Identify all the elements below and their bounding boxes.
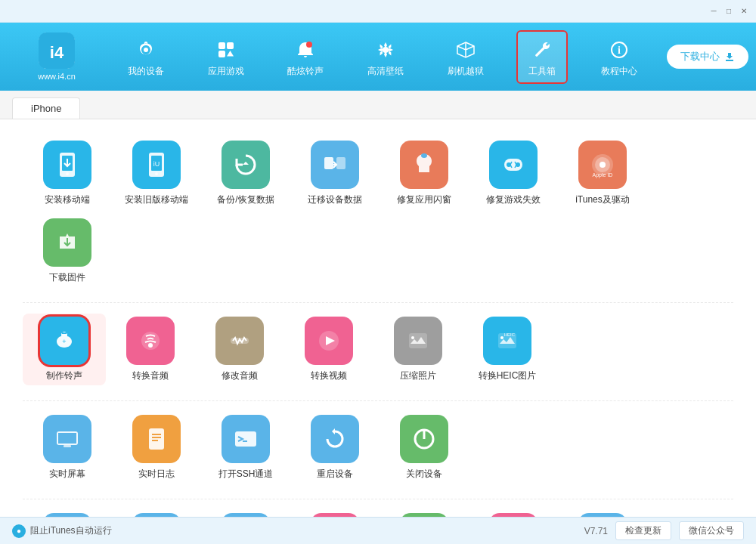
nav-item-jailbreak[interactable]: 刷机越狱 [437,32,494,82]
tool-item-edit-audio[interactable]: 修改音频 [198,317,281,382]
tool-item-shutdown-device[interactable]: 关闭设备 [383,415,466,481]
fix-game-label: 修复游戏失效 [486,193,541,206]
fix-app-crash-icon [400,141,448,189]
install-app-icon [43,141,91,189]
stop-icon: ● [12,524,26,538]
tool-item-open-ssh[interactable]: 打开SSH通道 [204,415,287,481]
enter-recovery-icon [489,513,538,517]
tool-row-0: 安装移动端iU安装旧版移动端备份/恢复数据迁移设备数据修复应用闪窗修复游戏失效A… [23,134,733,303]
tool-item-clean-junk[interactable]: 清理设备垃圾 [561,513,644,517]
nav-label-ringtones: 酷炫铃声 [287,65,324,78]
svg-point-34 [411,336,414,339]
nav-label-jailbreak: 刷机越狱 [448,65,484,78]
tabbar: iPhone [0,91,756,119]
tool-item-convert-video[interactable]: 转换视频 [287,317,370,382]
tool-item-convert-heic[interactable]: HEIC转换HEIC图片 [466,317,549,382]
wechat-button[interactable]: 微信公众号 [679,521,744,540]
nav-item-wallpapers[interactable]: 高清壁纸 [357,32,414,82]
organize-desktop-icon [132,513,181,517]
logo-area: i4 www.i4.cn [8,32,106,81]
nav-label-tutorials: 教程中心 [601,65,637,78]
itunes-driver-label: iTunes及驱动 [575,193,630,206]
bell-icon [292,36,319,63]
header: i4 www.i4.cn 我的设备 [0,23,756,91]
fix-app-crash-label: 修复应用闪窗 [397,193,451,206]
make-ringtone-label: 制作铃声 [46,369,82,382]
convert-video-icon [305,317,353,365]
close-button[interactable]: ✕ [738,5,750,17]
nav-item-tutorials[interactable]: i 教程中心 [590,32,648,82]
download-center-button[interactable]: 下载中心 [667,45,748,69]
tool-item-realtime-screen[interactable]: 实时屏幕 [26,415,109,481]
iphone-tab[interactable]: iPhone [12,97,80,119]
download-label: 下载中心 [680,50,720,63]
tool-item-backup-restore[interactable]: 备份/恢复数据 [204,141,287,206]
footer-right: V7.71 检查更新 微信公众号 [584,521,744,540]
reboot-device-icon [311,415,359,463]
svg-rect-4 [227,42,234,49]
svg-rect-41 [149,428,164,450]
make-ringtone-icon: + [40,317,88,365]
tool-item-erase-all-data[interactable]: 抹除所有数据 [383,513,466,517]
edit-audio-icon [215,317,264,365]
svg-text:HEIC: HEIC [504,332,516,337]
svg-point-6 [306,42,312,48]
fix-game-icon [489,141,538,189]
minimize-button[interactable]: ─ [708,5,720,17]
nav-item-ringtones[interactable]: 酷炫铃声 [277,32,334,82]
tool-item-download-firmware[interactable]: 下载固件 [26,218,109,284]
svg-rect-39 [58,433,76,444]
info-icon: i [606,36,633,63]
edit-audio-label: 修改音频 [222,369,258,382]
svg-rect-33 [409,333,427,348]
convert-audio-label: 转换音频 [132,369,169,382]
tool-item-realtime-log[interactable]: 实时日志 [115,415,198,481]
block-ios-update-icon [43,513,91,517]
nav-label-apps-games: 应用游戏 [208,65,244,78]
realtime-log-icon [132,415,181,463]
tool-item-reboot-device[interactable]: 重启设备 [293,415,376,481]
realtime-screen-label: 实时屏幕 [49,468,85,481]
nav-label-toolbox: 工具箱 [528,65,556,78]
tool-item-fix-game[interactable]: 修复游戏失效 [472,141,555,206]
maximize-button[interactable]: □ [723,5,735,17]
shutdown-device-label: 关闭设备 [406,468,442,481]
delete-stubborn-icon-icon [311,513,359,517]
nav-item-apps-games[interactable]: 应用游戏 [197,32,255,82]
tool-item-make-ringtone[interactable]: +制作铃声 [23,314,106,385]
tool-item-enter-recovery[interactable]: 进入恢复模式 [472,513,555,517]
reboot-device-label: 重启设备 [317,468,353,481]
download-firmware-icon [43,218,91,267]
tool-item-itunes-driver[interactable]: Apple IDiTunes及驱动 [561,141,644,206]
nav-items: 我的设备 应用游戏 酷炫铃声 [106,30,659,84]
tool-item-install-app[interactable]: 安装移动端 [26,141,109,206]
backup-restore-icon [222,141,270,189]
tool-item-fix-app-crash[interactable]: 修复应用闪窗 [383,141,466,206]
tool-item-convert-audio[interactable]: 转换音频 [109,317,192,382]
download-firmware-label: 下载固件 [49,271,85,284]
open-ssh-icon [222,415,270,463]
svg-point-36 [500,336,503,339]
check-update-button[interactable]: 检查更新 [615,521,671,540]
logo-icon: i4 [39,32,75,69]
nav-item-toolbox[interactable]: 工具箱 [516,30,568,84]
main-content: 安装移动端iU安装旧版移动端备份/恢复数据迁移设备数据修复应用闪窗修复游戏失效A… [0,119,756,517]
tool-item-block-ios-update[interactable]: 屏蔽iOS更新 [26,513,109,517]
svg-point-29 [148,343,153,348]
svg-rect-3 [218,42,225,49]
tool-item-organize-desktop[interactable]: 整理设备桌面 [115,513,198,517]
svg-rect-17 [324,157,333,169]
nav-label-my-device: 我的设备 [128,65,164,78]
nav-item-my-device[interactable]: 我的设备 [117,32,175,82]
tool-item-compress-photo[interactable]: 压缩照片 [376,317,460,382]
tool-item-install-old-app[interactable]: iU安装旧版移动端 [115,141,198,206]
svg-point-15 [155,172,158,175]
version-label: V7.71 [584,526,608,536]
tool-item-migrate-data[interactable]: 迁移设备数据 [293,141,376,206]
migrate-data-label: 迁移设备数据 [308,193,362,206]
tool-item-delete-stubborn-icon[interactable]: 删除顽固图标 [293,513,376,517]
svg-text:i: i [618,45,621,56]
tool-item-device-functions[interactable]: 设备功能开关 [204,513,287,517]
tool-row-3: 屏蔽iOS更新整理设备桌面设备功能开关删除顽固图标抹除所有数据进入恢复模式清理设… [23,507,733,517]
svg-point-25 [600,162,606,168]
